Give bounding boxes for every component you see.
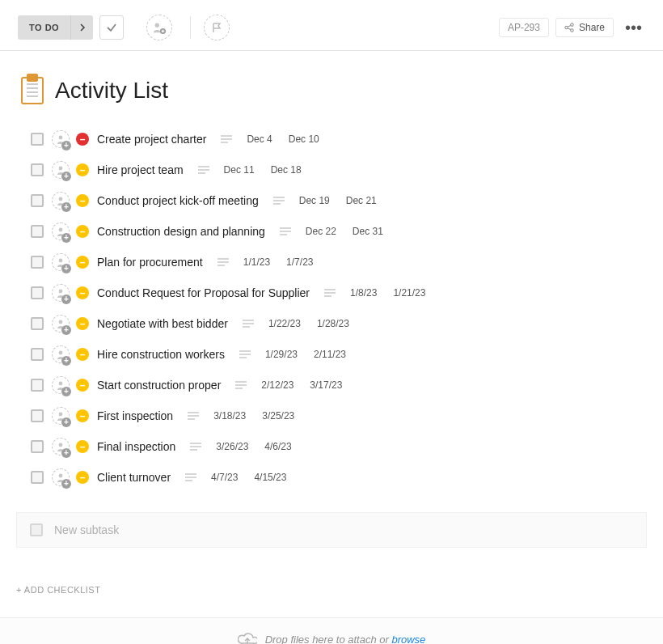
issue-id-pill[interactable]: AP-293 (499, 18, 549, 37)
task-checkbox[interactable] (31, 194, 44, 207)
task-assignee-button[interactable] (52, 438, 70, 455)
task-end-date[interactable]: Dec 18 (271, 164, 302, 176)
description-icon[interactable] (280, 227, 291, 235)
task-priority-badge[interactable]: – (76, 194, 89, 207)
status-label[interactable]: TO DO (18, 15, 70, 40)
task-assignee-button[interactable] (52, 222, 70, 240)
task-row[interactable]: –Conduct Request for Proposal for Suppli… (31, 278, 653, 308)
task-row[interactable]: –Negotiate with best bidder1/22/231/28/2… (31, 308, 653, 339)
description-icon[interactable] (239, 350, 251, 358)
status-arrow-icon[interactable] (70, 15, 93, 40)
task-title[interactable]: Construction design and planning (97, 225, 265, 238)
status-dropdown[interactable]: TO DO (18, 15, 93, 40)
task-start-date[interactable]: Dec 22 (306, 226, 336, 237)
task-assignee-button[interactable] (52, 161, 70, 179)
task-row[interactable]: –Construction design and planningDec 22D… (31, 216, 653, 247)
description-icon[interactable] (198, 166, 209, 174)
task-title[interactable]: Hire project team (97, 163, 184, 176)
add-assignee-button[interactable] (146, 15, 172, 40)
task-checkbox[interactable] (31, 256, 44, 269)
task-title[interactable]: Plan for procurement (97, 256, 203, 269)
task-checkbox[interactable] (31, 225, 44, 238)
task-end-date[interactable]: 1/7/23 (286, 256, 313, 268)
task-checkbox[interactable] (31, 379, 44, 392)
add-checklist-button[interactable]: + ADD CHECKLIST (16, 585, 663, 595)
task-row[interactable]: –Final inspection3/26/234/6/23 (31, 431, 653, 462)
more-menu-button[interactable]: ••• (620, 16, 647, 39)
page-title[interactable]: Activity List (55, 78, 168, 104)
task-end-date[interactable]: Dec 21 (346, 195, 377, 206)
description-icon[interactable] (243, 320, 254, 328)
task-end-date[interactable]: 1/28/23 (317, 318, 349, 329)
task-title[interactable]: Client turnover (97, 471, 171, 484)
task-end-date[interactable]: Dec 10 (289, 133, 319, 145)
description-icon[interactable] (221, 135, 232, 143)
new-subtask-row[interactable] (16, 512, 647, 548)
task-title[interactable]: Final inspection (97, 440, 175, 453)
task-title[interactable]: Conduct Request for Proposal for Supplie… (97, 286, 310, 299)
description-icon[interactable] (217, 258, 229, 266)
task-end-date[interactable]: 3/25/23 (262, 410, 294, 422)
task-checkbox[interactable] (31, 317, 44, 330)
task-assignee-button[interactable] (52, 468, 70, 486)
task-title[interactable]: Start construction proper (97, 379, 221, 392)
task-start-date[interactable]: Dec 11 (224, 164, 255, 176)
description-icon[interactable] (190, 443, 201, 451)
task-checkbox[interactable] (31, 163, 44, 176)
task-row[interactable]: –Conduct project kick-off meetingDec 19D… (31, 185, 653, 216)
dropzone-browse-link[interactable]: browse (391, 633, 425, 645)
task-priority-badge[interactable]: – (76, 286, 89, 299)
task-end-date[interactable]: Dec 31 (353, 226, 383, 237)
task-row[interactable]: –Client turnover4/7/234/15/23 (31, 462, 653, 493)
description-icon[interactable] (185, 473, 196, 481)
task-end-date[interactable]: 4/6/23 (264, 441, 291, 452)
task-priority-badge[interactable]: – (76, 440, 89, 453)
task-title[interactable]: Hire construction workers (97, 348, 225, 361)
description-icon[interactable] (235, 381, 247, 389)
task-assignee-button[interactable] (52, 407, 70, 425)
task-assignee-button[interactable] (52, 345, 70, 363)
set-priority-button[interactable] (204, 15, 230, 40)
task-checkbox[interactable] (31, 133, 44, 146)
task-priority-badge[interactable]: – (76, 133, 89, 146)
task-title[interactable]: Conduct project kick-off meeting (97, 194, 259, 207)
task-assignee-button[interactable] (52, 376, 70, 394)
task-priority-badge[interactable]: – (76, 256, 89, 269)
task-end-date[interactable]: 4/15/23 (254, 472, 286, 483)
task-assignee-button[interactable] (52, 284, 70, 302)
task-row[interactable]: –Start construction proper2/12/233/17/23 (31, 370, 653, 400)
task-assignee-button[interactable] (52, 130, 70, 148)
task-row[interactable]: –Create project charterDec 4Dec 10 (31, 124, 653, 155)
new-subtask-input[interactable] (53, 523, 633, 537)
task-end-date[interactable]: 3/17/23 (310, 379, 342, 391)
task-checkbox[interactable] (31, 440, 44, 453)
description-icon[interactable] (273, 197, 285, 205)
task-row[interactable]: –Hire construction workers1/29/232/11/23 (31, 339, 653, 370)
task-start-date[interactable]: 1/22/23 (268, 318, 301, 329)
task-start-date[interactable]: 1/8/23 (350, 287, 377, 299)
task-checkbox[interactable] (31, 348, 44, 361)
share-button[interactable]: Share (555, 18, 614, 37)
description-icon[interactable] (324, 289, 336, 297)
task-start-date[interactable]: 1/29/23 (265, 349, 298, 360)
task-priority-badge[interactable]: – (76, 225, 89, 238)
task-priority-badge[interactable]: – (76, 379, 89, 392)
task-checkbox[interactable] (31, 286, 44, 299)
task-start-date[interactable]: 3/18/23 (213, 410, 246, 422)
task-row[interactable]: –Hire project teamDec 11Dec 18 (31, 155, 653, 185)
task-checkbox[interactable] (31, 409, 44, 422)
task-title[interactable]: First inspection (97, 409, 173, 422)
attachment-dropzone[interactable]: Drop files here to attach or browse (0, 617, 663, 644)
task-start-date[interactable]: Dec 19 (299, 195, 330, 206)
description-icon[interactable] (188, 412, 199, 420)
task-checkbox[interactable] (31, 471, 44, 484)
task-priority-badge[interactable]: – (76, 348, 89, 361)
task-priority-badge[interactable]: – (76, 317, 89, 330)
task-start-date[interactable]: 3/26/23 (216, 441, 248, 452)
task-priority-badge[interactable]: – (76, 409, 89, 422)
task-priority-badge[interactable]: – (76, 471, 89, 484)
task-title[interactable]: Negotiate with best bidder (97, 317, 228, 330)
task-end-date[interactable]: 2/11/23 (314, 349, 346, 360)
task-start-date[interactable]: Dec 4 (247, 133, 272, 145)
task-title[interactable]: Create project charter (97, 133, 206, 146)
